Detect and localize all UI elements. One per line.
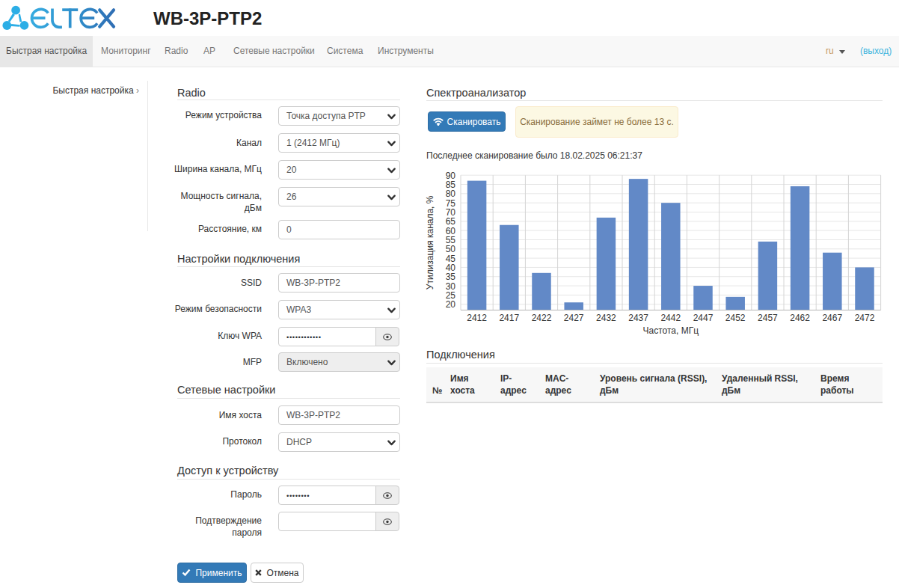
svg-text:2457: 2457 (758, 313, 778, 323)
svg-text:60: 60 (446, 226, 456, 236)
svg-text:85: 85 (446, 180, 456, 190)
svg-text:50: 50 (446, 244, 456, 254)
svg-text:20: 20 (446, 299, 456, 310)
svg-text:2467: 2467 (822, 313, 842, 323)
svg-text:70: 70 (446, 207, 456, 218)
svg-text:75: 75 (446, 198, 456, 209)
svg-text:25: 25 (446, 290, 456, 301)
svg-text:80: 80 (446, 189, 456, 199)
svg-text:2437: 2437 (628, 313, 648, 323)
svg-text:2447: 2447 (693, 313, 714, 323)
svg-text:2442: 2442 (660, 313, 681, 323)
svg-text:45: 45 (446, 254, 456, 264)
svg-text:40: 40 (446, 263, 456, 273)
svg-text:2462: 2462 (790, 313, 810, 323)
svg-text:2412: 2412 (467, 313, 487, 323)
svg-text:2472: 2472 (855, 313, 875, 323)
svg-text:2452: 2452 (725, 313, 746, 323)
svg-text:2417: 2417 (499, 313, 519, 323)
svg-text:90: 90 (446, 171, 456, 181)
svg-text:65: 65 (446, 216, 456, 227)
svg-text:Частота, МГц: Частота, МГц (643, 325, 699, 336)
svg-text:55: 55 (446, 235, 456, 245)
svg-text:Утилизация канала, %: Утилизация канала, % (425, 195, 435, 290)
svg-text:2422: 2422 (532, 313, 552, 323)
svg-text:30: 30 (446, 281, 456, 292)
svg-text:35: 35 (446, 272, 456, 282)
svg-text:2427: 2427 (564, 313, 584, 323)
svg-text:2432: 2432 (596, 313, 616, 323)
